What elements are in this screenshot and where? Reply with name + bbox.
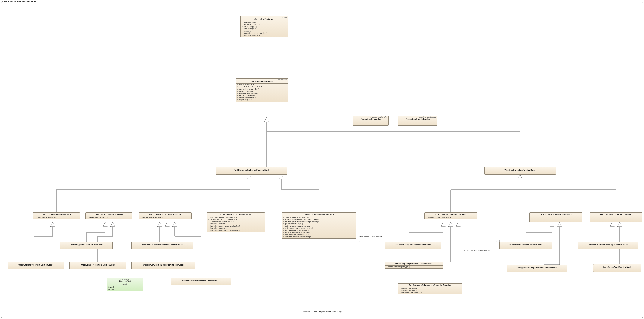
assoc-mult-impedance: 0..*: [495, 241, 497, 243]
class-identified-object: Identity Core::IdentifiedObject +aliasNa…: [240, 16, 288, 37]
stereotype: Identity: [240, 16, 288, 18]
class-frequency-protection: FrequencyProtectionFunctionBlock +voltag…: [424, 212, 477, 219]
class-name: Core::IdentifiedObject: [240, 18, 288, 21]
attributes: +aliasName: String [0..1] +description: …: [240, 21, 288, 37]
class-directional-protection: DirectionalProtectionFunctionBlock +dire…: [139, 212, 192, 219]
class-under-voltage: UnderVoltageProtectionFunctionBlock: [70, 262, 126, 269]
class-under-frequency: UnderFrequencyProtectionFunctionBlock +o…: [385, 262, 443, 269]
class-under-current: UnderCurrentProtectionFunctionBlock: [8, 262, 64, 269]
assoc-mult-distance: 0..*: [358, 241, 360, 243]
class-over-frequency: OverFrequencyProtectionFunctionBlock: [385, 242, 441, 249]
class-ground-direction: GroundDirectionProtectionFunctionBlock: [171, 278, 231, 285]
class-out-of-step: OutOfStepProtectionFunctionBlock: [530, 212, 582, 222]
enum-direction-kind: «enumeration» DirectionKind literals for…: [107, 278, 143, 291]
class-temperature-calc: TemperatureCalculationTypeFunctionBlock: [578, 242, 638, 249]
class-rate-of-change: RateOfChangeOfFrequencyProtectionFunctio…: [398, 283, 462, 295]
class-over-load: OverLoadProtectionFunctionBlock: [590, 212, 642, 222]
class-proprietary-timer-value: ProprietarySettingValue ProprietaryTimer…: [353, 116, 389, 126]
class-over-power-direction: OverPowerDirectionProtectionFunctionBloc…: [132, 242, 194, 249]
class-current-protection: CurrentProtectionFunctionBlock +operateV…: [33, 212, 80, 219]
class-voltage-phase-comparison: VoltagePhaseComparisontypeFunctionBlock: [507, 265, 567, 272]
class-fault-clearance: FaultClearanceProtectionFunctionBlock: [216, 167, 287, 175]
class-differential-protection: DifferentialProtectionFuntionBlock +high…: [206, 212, 265, 232]
class-over-voltage: OverVoltageProtectionFunctionBlock: [60, 242, 113, 249]
class-under-power-direction: UnderPowerDirectionProtectionFunctionBlo…: [132, 262, 195, 269]
class-impedance-locus: ImpedanceLocusTypeFunctionBlock: [500, 242, 552, 249]
stereotype: FunctionBlock: [236, 79, 288, 81]
class-over-current-type: OverCurrentTypeFunctionBlock: [593, 264, 641, 272]
class-voltage-protection: VoltageProtectionFunctionBlock +operateV…: [86, 212, 132, 219]
class-distance-protection: DistanceProtectionFunctionBlock +charact…: [282, 212, 356, 239]
assoc-role-impedance: +ImpedanceLocusTypeFunctionBlock: [464, 250, 490, 252]
class-proprietary-threshold-value: ProprietarySettingValue ProprietaryThres…: [398, 116, 438, 126]
footer-credit: Reproduced with the permission of UCAIug…: [0, 311, 644, 313]
class-protection-function-block: FunctionBlock ProtectionFunctionBlock +n…: [236, 78, 288, 102]
canvas: class ProtectionFunctionInheritance3: [0, 0, 644, 319]
assoc-role-distance: +DistanceProtectionFunctionBlock: [358, 236, 382, 237]
class-wide-area: WideAreaProtectionFunctionBlock: [484, 167, 556, 175]
attributes: +normal: Boolean [0..1] +operateDelaytim…: [236, 83, 288, 101]
class-name: ProtectionFunctionBlock: [236, 81, 288, 83]
